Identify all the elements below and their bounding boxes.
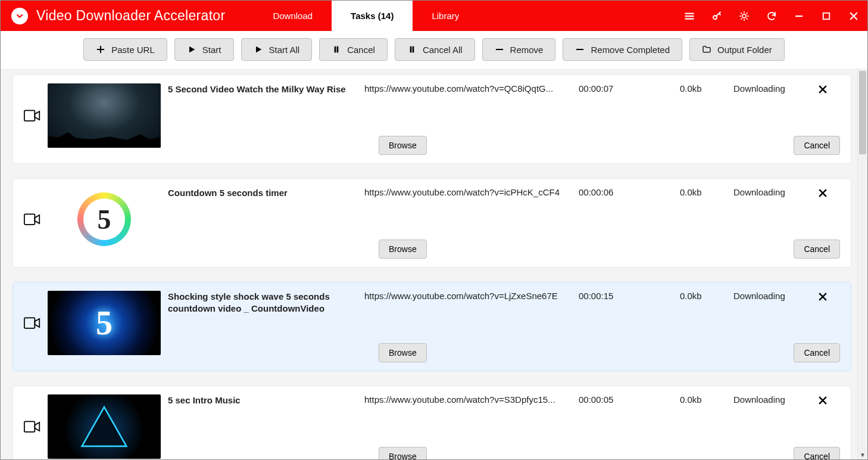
refresh-icon[interactable] — [758, 1, 785, 31]
cancel-all-button[interactable]: Cancel All — [395, 38, 475, 61]
start-all-label: Start All — [269, 45, 300, 55]
svg-rect-4 — [24, 318, 35, 328]
minus-icon — [575, 45, 585, 54]
tab-download[interactable]: Download — [254, 1, 332, 31]
close-icon[interactable] — [817, 83, 829, 95]
gear-icon[interactable] — [730, 1, 758, 31]
svg-marker-6 — [82, 407, 127, 446]
app-logo-area: Video Downloader Accelerator — [1, 1, 236, 31]
play-icon — [187, 45, 196, 54]
close-icon[interactable] — [817, 291, 829, 303]
menu-icon[interactable] — [676, 1, 703, 31]
close-icon[interactable] — [817, 187, 829, 199]
scrollbar-thumb[interactable] — [859, 71, 866, 154]
task-thumbnail: 5 — [48, 187, 161, 251]
svg-rect-2 — [24, 110, 35, 121]
task-status: Downloading — [733, 291, 805, 301]
app-logo-icon — [11, 8, 28, 24]
remove-label: Remove — [510, 45, 544, 55]
app-title: Video Downloader Accelerator — [36, 8, 225, 24]
pause-icon — [407, 45, 417, 54]
browse-button[interactable]: Browse — [379, 343, 427, 362]
task-status: Downloading — [733, 394, 805, 405]
video-type-icon — [24, 187, 48, 225]
task-list: 5 Second Video Watch the Milky Way Rise … — [1, 69, 857, 459]
task-status: Downloading — [733, 83, 805, 94]
task-status: Downloading — [733, 187, 805, 197]
start-button[interactable]: Start — [174, 38, 234, 61]
task-duration: 00:00:06 — [579, 187, 680, 197]
row-cancel-button[interactable]: Cancel — [794, 240, 840, 259]
task-url: https://www.youtube.com/watch?v=S3Dpfyc1… — [364, 394, 579, 405]
browse-button[interactable]: Browse — [379, 447, 427, 459]
main-tabs: Download Tasks (14) Library — [254, 1, 478, 31]
content-area: 5 Second Video Watch the Milky Way Rise … — [1, 69, 867, 459]
task-size: 0.0kb — [680, 187, 733, 197]
browse-button[interactable]: Browse — [379, 240, 427, 259]
task-size: 0.0kb — [680, 291, 733, 301]
task-duration: 00:00:15 — [579, 291, 680, 301]
video-type-icon — [24, 394, 48, 433]
task-title: 5 sec Intro Music — [168, 394, 364, 406]
tab-library[interactable]: Library — [413, 1, 478, 31]
task-url: https://www.youtube.com/watch?v=LjZxeSne… — [364, 291, 579, 301]
task-size: 0.0kb — [680, 394, 733, 405]
task-title: Countdown 5 seconds timer — [168, 187, 364, 199]
task-duration: 00:00:05 — [579, 394, 680, 405]
toolbar: Paste URL Start Start All Cancel Cancel … — [1, 31, 867, 69]
task-row[interactable]: 5 Countdown 5 seconds timer https://www.… — [13, 178, 851, 268]
scroll-down-icon[interactable]: ▼ — [858, 450, 867, 459]
svg-rect-5 — [24, 421, 35, 432]
task-row[interactable]: 5 Second Video Watch the Milky Way Rise … — [13, 74, 851, 164]
cancel-all-label: Cancel All — [423, 45, 463, 55]
task-size: 0.0kb — [680, 83, 733, 94]
tab-tasks[interactable]: Tasks (14) — [332, 1, 413, 31]
minus-icon — [495, 45, 504, 54]
cancel-button[interactable]: Cancel — [319, 38, 388, 61]
task-thumbnail — [48, 83, 161, 148]
cancel-label: Cancel — [347, 45, 375, 55]
title-bar-icons — [676, 1, 867, 31]
start-label: Start — [202, 45, 221, 55]
browse-button[interactable]: Browse — [379, 136, 427, 155]
video-type-icon — [24, 83, 48, 122]
task-thumbnail — [48, 394, 161, 459]
task-duration: 00:00:07 — [579, 83, 680, 94]
task-title: Shocking style shock wave 5 seconds coun… — [168, 291, 364, 315]
svg-rect-1 — [823, 13, 830, 19]
svg-rect-3 — [24, 214, 35, 225]
title-bar: Video Downloader Accelerator Download Ta… — [1, 1, 867, 31]
task-url: https://www.youtube.com/watch?v=icPHcK_c… — [364, 187, 579, 197]
remove-completed-label: Remove Completed — [591, 45, 670, 55]
task-row[interactable]: 5 sec Intro Music https://www.youtube.co… — [13, 386, 851, 459]
task-thumbnail: 5 — [48, 291, 161, 355]
remove-button[interactable]: Remove — [482, 38, 556, 61]
minimize-icon[interactable] — [785, 1, 813, 31]
plus-icon — [96, 45, 105, 54]
scrollbar[interactable]: ▲ ▼ — [857, 69, 867, 459]
app-window: Video Downloader Accelerator Download Ta… — [0, 0, 868, 460]
maximize-icon[interactable] — [813, 1, 840, 31]
pause-icon — [332, 45, 341, 54]
start-all-button[interactable]: Start All — [241, 38, 313, 61]
row-cancel-button[interactable]: Cancel — [794, 136, 840, 155]
task-url: https://www.youtube.com/watch?v=QC8iQqtG… — [364, 83, 579, 94]
output-folder-label: Output Folder — [717, 45, 772, 55]
remove-completed-button[interactable]: Remove Completed — [563, 38, 682, 61]
row-cancel-button[interactable]: Cancel — [794, 343, 840, 362]
paste-url-label: Paste URL — [111, 45, 155, 55]
row-cancel-button[interactable]: Cancel — [794, 447, 840, 459]
key-icon[interactable] — [703, 1, 730, 31]
task-title: 5 Second Video Watch the Milky Way Rise — [168, 83, 364, 95]
paste-url-button[interactable]: Paste URL — [83, 38, 167, 61]
folder-icon — [702, 45, 711, 54]
video-type-icon — [24, 291, 48, 329]
play-icon — [254, 45, 263, 54]
task-row[interactable]: 5 Shocking style shock wave 5 seconds co… — [13, 282, 851, 371]
close-window-icon[interactable] — [840, 1, 867, 31]
output-folder-button[interactable]: Output Folder — [689, 38, 785, 61]
close-icon[interactable] — [817, 394, 829, 406]
